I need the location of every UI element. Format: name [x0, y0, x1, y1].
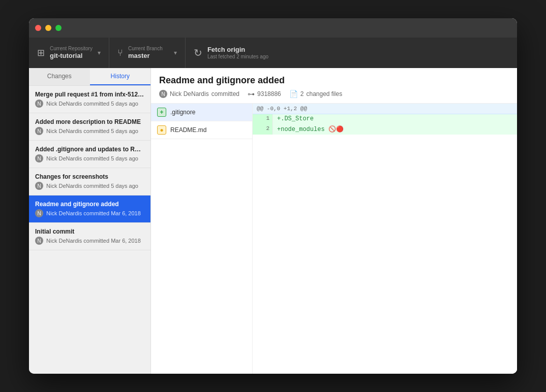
commit-item-active[interactable]: Readme and gitignore added N Nick DeNard… [29, 195, 150, 223]
files-meta: 📄 2 changed files [289, 90, 342, 98]
fetch-text: Fetch origin Last fetched 2 minutes ago [207, 46, 268, 60]
commit-meta: N Nick DeNardis committed 5 days ago [35, 182, 144, 190]
author-avatar: N [159, 90, 167, 98]
commit-header-meta: N Nick DeNardis committed ⊶ 9318886 📄 2 … [159, 90, 509, 98]
diff-area: @@ -0,0 +1,2 @@ 1 +.DS_Store 2 +node_mod… [253, 104, 517, 374]
commit-title: Added more description to README [35, 118, 144, 125]
commit-hash: 9318886 [257, 90, 281, 97]
commit-title: Changes for screenshots [35, 173, 144, 180]
diff-text: +.DS_Store [273, 114, 318, 124]
commit-author: Nick DeNardis committed Mar 6, 2018 [46, 210, 141, 216]
commit-meta: N Nick DeNardis committed 5 days ago [35, 127, 144, 135]
tab-history[interactable]: History [90, 68, 151, 85]
commit-item[interactable]: Added more description to README N Nick … [29, 113, 150, 141]
commit-title: Merge pull request #1 from infx-512-… [35, 91, 144, 98]
diff-header: @@ -0,0 +1,2 @@ [253, 104, 517, 114]
avatar: N [35, 127, 43, 135]
file-item-readme[interactable]: ● README.md [151, 121, 252, 139]
commit-author: Nick DeNardis committed Mar 6, 2018 [46, 238, 141, 244]
author-meta: N Nick DeNardis committed [159, 90, 239, 98]
fetch-sub: Last fetched 2 minutes ago [207, 54, 268, 60]
author-action: committed [211, 90, 239, 97]
branch-text: Current Branch master [128, 46, 163, 60]
file-name: .gitignore [170, 109, 195, 116]
hash-meta: ⊶ 9318886 [248, 90, 281, 98]
file-name: README.md [170, 126, 206, 134]
files-icon: 📄 [289, 90, 298, 98]
avatar: N [35, 100, 43, 108]
line-number: 1 [253, 114, 273, 124]
file-badge-modified: ● [157, 125, 166, 135]
diff-row: 1 +.DS_Store [253, 114, 517, 124]
commit-author: Nick DeNardis committed 5 days ago [46, 128, 138, 134]
repo-text: Current Repository git-tutorial [50, 46, 93, 60]
commit-author: Nick DeNardis committed 5 days ago [46, 183, 138, 189]
main-area: Changes History Merge pull request #1 fr… [29, 68, 517, 374]
file-item-gitignore[interactable]: + .gitignore [151, 104, 252, 121]
toolbar: ⊞ Current Repository git-tutorial ▾ ⑂ Cu… [29, 38, 517, 68]
commit-title: Initial commit [35, 228, 144, 235]
file-badge-added: + [157, 108, 166, 117]
commit-list: Merge pull request #1 from infx-512-… N … [29, 86, 150, 374]
close-button[interactable] [35, 25, 41, 31]
hash-icon: ⊶ [248, 90, 255, 98]
commit-item[interactable]: Changes for screenshots N Nick DeNardis … [29, 168, 150, 195]
maximize-button[interactable] [55, 25, 62, 31]
branch-chevron-icon: ▾ [174, 49, 177, 56]
avatar: N [35, 237, 43, 245]
fetch-label: Fetch origin [207, 46, 268, 54]
commit-title: Readme and gitignore added [35, 201, 144, 208]
tab-changes[interactable]: Changes [29, 68, 90, 85]
fetch-button[interactable]: ↻ Fetch origin Last fetched 2 minutes ag… [186, 38, 517, 68]
app-window: ⊞ Current Repository git-tutorial ▾ ⑂ Cu… [29, 18, 517, 374]
avatar: N [35, 209, 43, 217]
commit-item[interactable]: Initial commit N Nick DeNardis committed… [29, 223, 150, 250]
commit-header-title: Readme and gitignore added [159, 75, 509, 86]
repo-icon: ⊞ [37, 47, 45, 58]
branch-selector[interactable]: ⑂ Current Branch master ▾ [109, 38, 186, 68]
avatar: N [35, 182, 43, 190]
commit-item[interactable]: Merge pull request #1 from infx-512-… N … [29, 86, 150, 113]
repo-label: Current Repository [50, 46, 93, 52]
titlebar [29, 18, 517, 38]
branch-name: master [128, 52, 163, 60]
commit-meta: N Nick DeNardis committed 5 days ago [35, 154, 144, 162]
sidebar: Changes History Merge pull request #1 fr… [29, 68, 151, 374]
changed-files-label: changed files [306, 90, 342, 97]
content-area: Readme and gitignore added N Nick DeNard… [151, 68, 517, 374]
file-list: + .gitignore ● README.md [151, 104, 253, 374]
avatar: N [35, 154, 43, 162]
repo-chevron-icon: ▾ [98, 49, 101, 56]
changed-files-count: 2 [300, 90, 304, 97]
traffic-lights [35, 25, 62, 31]
commit-item[interactable]: Added .gitignore and updates to REA… N N… [29, 141, 150, 168]
author-name: Nick DeNardis [170, 90, 209, 97]
diff-row: 2 +node_modules 🚫🔴 [253, 124, 517, 135]
fetch-icon: ↻ [194, 47, 202, 59]
diff-text: +node_modules 🚫🔴 [273, 124, 348, 135]
minimize-button[interactable] [45, 25, 51, 31]
commit-title: Added .gitignore and updates to REA… [35, 146, 144, 153]
line-number: 2 [253, 124, 273, 135]
commit-meta: N Nick DeNardis committed Mar 6, 2018 [35, 209, 144, 217]
branch-label: Current Branch [128, 46, 163, 52]
commit-meta: N Nick DeNardis committed Mar 6, 2018 [35, 237, 144, 245]
commit-meta: N Nick DeNardis committed 5 days ago [35, 100, 144, 108]
repo-selector[interactable]: ⊞ Current Repository git-tutorial ▾ [29, 38, 109, 68]
commit-body: + .gitignore ● README.md @@ -0,0 +1,2 @@… [151, 104, 517, 374]
commit-author: Nick DeNardis committed 5 days ago [46, 155, 138, 161]
sidebar-tabs: Changes History [29, 68, 150, 86]
repo-name: git-tutorial [50, 52, 93, 60]
commit-header: Readme and gitignore added N Nick DeNard… [151, 68, 517, 104]
commit-author: Nick DeNardis committed 5 days ago [46, 101, 138, 107]
branch-icon: ⑂ [117, 48, 123, 58]
